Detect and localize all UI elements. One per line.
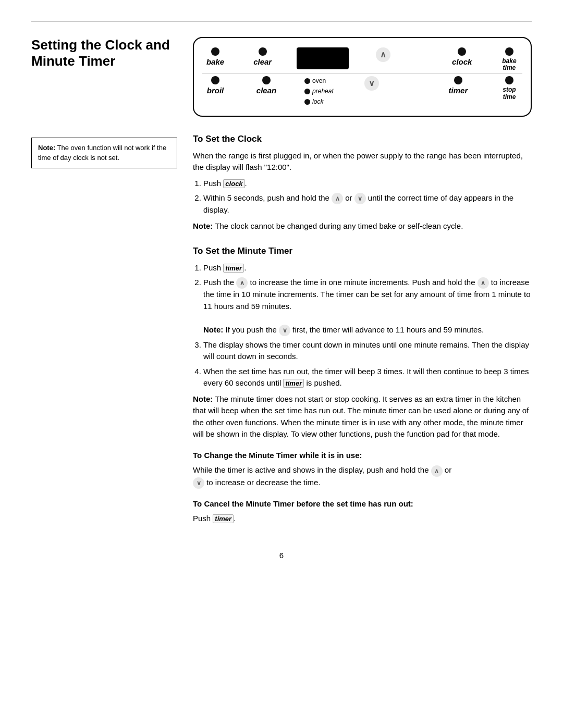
- panel-bake-time: bake time: [496, 47, 522, 71]
- panel-up-arrow: ∧: [370, 47, 396, 62]
- change-timer-title: To Change the Minute Timer while it is i…: [193, 450, 532, 462]
- page-title: Setting the Clock and Minute Timer: [31, 37, 177, 69]
- set-timer-step1: Push timer.: [203, 262, 532, 274]
- set-clock-title: To Set the Clock: [193, 132, 532, 146]
- panel-down-arrow: ∨: [359, 76, 385, 91]
- set-timer-main-note: Note: The minute timer does not start or…: [193, 393, 532, 440]
- set-timer-step2: Push the ∧ to increase the time in one m…: [203, 277, 532, 336]
- set-clock-note: Note: The clock cannot be changed during…: [193, 220, 532, 232]
- set-timer-title: To Set the Minute Timer: [193, 244, 532, 258]
- panel-timer: timer: [445, 76, 471, 95]
- control-panel-diagram: bake clear ∧: [193, 37, 532, 117]
- panel-clock: clock: [449, 47, 475, 67]
- panel-clear: clear: [250, 47, 276, 67]
- cancel-timer-text: Push timer.: [193, 513, 532, 525]
- cancel-timer-title: To Cancel the Minute Timer before the se…: [193, 498, 532, 510]
- set-clock-step1: Push clock.: [203, 178, 532, 190]
- panel-broil: broil: [202, 76, 228, 95]
- set-clock-step2: Within 5 seconds, push and hold the ∧ or…: [203, 192, 532, 216]
- set-timer-step3: The display shows the timer count down i…: [203, 339, 532, 363]
- panel-bake: bake: [202, 47, 228, 67]
- set-timer-step4: When the set time has run out, the timer…: [203, 366, 532, 389]
- panel-display: [297, 47, 349, 69]
- panel-clean: clean: [253, 76, 279, 95]
- panel-stop-time: stop time: [496, 76, 522, 100]
- page-number: 6: [31, 550, 532, 562]
- set-clock-intro: When the range is first plugged in, or w…: [193, 150, 532, 174]
- note-box: Note: The oven function will not work if…: [31, 138, 177, 168]
- panel-oven-group: oven preheat lock: [304, 76, 334, 106]
- change-timer-text: While the timer is active and shows in t…: [193, 464, 532, 488]
